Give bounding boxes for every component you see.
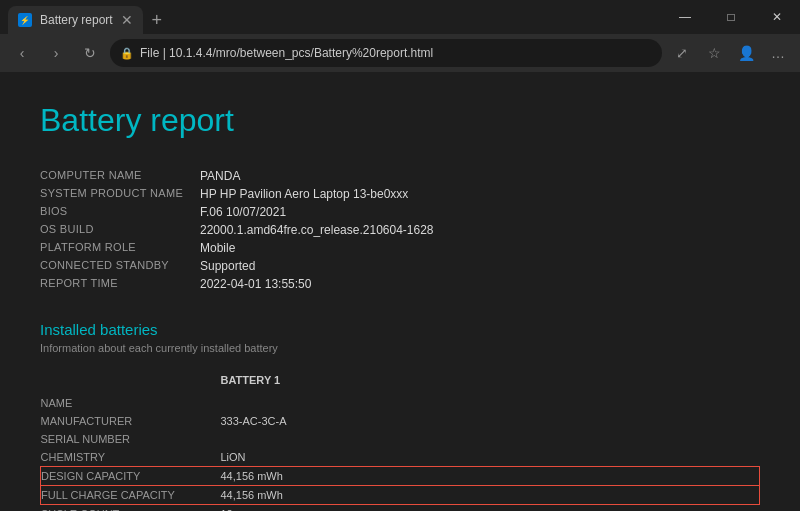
- refresh-button[interactable]: ↻: [76, 39, 104, 67]
- computer-name-row: COMPUTER NAME PANDA: [40, 169, 760, 183]
- name-col-header: [41, 370, 201, 394]
- report-time-value: 2022-04-01 13:55:50: [200, 277, 311, 291]
- battery-row-label: SERIAL NUMBER: [41, 430, 201, 448]
- browser-window: ⚡ Battery report ✕ + — □ ✕ ‹ › ↻ 🔒 File …: [0, 0, 800, 511]
- back-button[interactable]: ‹: [8, 39, 36, 67]
- platform-value: Mobile: [200, 241, 235, 255]
- lock-icon: 🔒: [120, 47, 134, 60]
- os-build-row: OS BUILD 22000.1.amd64fre.co_release.210…: [40, 223, 760, 237]
- battery-row-value: 12: [201, 505, 760, 512]
- battery-row-value: LiON: [201, 448, 760, 467]
- table-row: MANUFACTURER333-AC-3C-A: [41, 412, 760, 430]
- table-row: SERIAL NUMBER: [41, 430, 760, 448]
- bios-label: BIOS: [40, 205, 200, 217]
- section-subtitle: Information about each currently install…: [40, 342, 760, 354]
- system-info-table: COMPUTER NAME PANDA SYSTEM PRODUCT NAME …: [40, 169, 760, 291]
- product-name-label: SYSTEM PRODUCT NAME: [40, 187, 200, 199]
- battery-row-value: 333-AC-3C-A: [201, 412, 760, 430]
- battery-col-header: BATTERY 1: [201, 370, 760, 394]
- product-name-value: HP HP Pavilion Aero Laptop 13-be0xxx: [200, 187, 408, 201]
- battery-row-label: DESIGN CAPACITY: [41, 467, 201, 486]
- active-tab[interactable]: ⚡ Battery report ✕: [8, 6, 143, 34]
- battery-row-value: [201, 394, 760, 412]
- platform-label: PLATFORM ROLE: [40, 241, 200, 253]
- battery-row-value: 44,156 mWh: [201, 467, 760, 486]
- os-build-value: 22000.1.amd64fre.co_release.210604-1628: [200, 223, 434, 237]
- maximize-button[interactable]: □: [708, 0, 754, 34]
- table-row: DESIGN CAPACITY44,156 mWh: [41, 467, 760, 486]
- battery-row-value: [201, 430, 760, 448]
- os-build-label: OS BUILD: [40, 223, 200, 235]
- product-name-row: SYSTEM PRODUCT NAME HP HP Pavilion Aero …: [40, 187, 760, 201]
- computer-name-value: PANDA: [200, 169, 240, 183]
- close-button[interactable]: ✕: [754, 0, 800, 34]
- report-time-row: REPORT TIME 2022-04-01 13:55:50: [40, 277, 760, 291]
- battery-row-label: FULL CHARGE CAPACITY: [41, 486, 201, 505]
- battery-row-label: CYCLE COUNT: [41, 505, 201, 512]
- bios-row: BIOS F.06 10/07/2021: [40, 205, 760, 219]
- tab-favicon: ⚡: [18, 13, 32, 27]
- address-text: File | 10.1.4.4/mro/between_pcs/Battery%…: [140, 46, 433, 60]
- table-row: FULL CHARGE CAPACITY44,156 mWh: [41, 486, 760, 505]
- page-content: Battery report COMPUTER NAME PANDA SYSTE…: [0, 72, 800, 511]
- platform-row: PLATFORM ROLE Mobile: [40, 241, 760, 255]
- page-title: Battery report: [40, 102, 760, 139]
- address-bar[interactable]: 🔒 File | 10.1.4.4/mro/between_pcs/Batter…: [110, 39, 662, 67]
- battery-row-label: CHEMISTRY: [41, 448, 201, 467]
- table-row: CHEMISTRYLiON: [41, 448, 760, 467]
- browser-profile-icon[interactable]: 👤: [732, 39, 760, 67]
- share-icon[interactable]: ⤢: [668, 39, 696, 67]
- settings-icon[interactable]: …: [764, 39, 792, 67]
- standby-row: CONNECTED STANDBY Supported: [40, 259, 760, 273]
- minimize-button[interactable]: —: [662, 0, 708, 34]
- battery-row-label: NAME: [41, 394, 201, 412]
- computer-name-label: COMPUTER NAME: [40, 169, 200, 181]
- bios-value: F.06 10/07/2021: [200, 205, 286, 219]
- standby-label: CONNECTED STANDBY: [40, 259, 200, 271]
- battery-row-value: 44,156 mWh: [201, 486, 760, 505]
- tab-close-button[interactable]: ✕: [121, 12, 133, 28]
- tab-title: Battery report: [40, 13, 113, 27]
- standby-value: Supported: [200, 259, 255, 273]
- section-title: Installed batteries: [40, 321, 760, 338]
- battery-table: BATTERY 1 NAMEMANUFACTURER333-AC-3C-ASER…: [40, 370, 760, 511]
- forward-button[interactable]: ›: [42, 39, 70, 67]
- table-row: CYCLE COUNT12: [41, 505, 760, 512]
- table-row: NAME: [41, 394, 760, 412]
- star-icon[interactable]: ☆: [700, 39, 728, 67]
- report-time-label: REPORT TIME: [40, 277, 200, 289]
- battery-row-label: MANUFACTURER: [41, 412, 201, 430]
- installed-batteries-section: Installed batteries Information about ea…: [40, 321, 760, 511]
- new-tab-button[interactable]: +: [143, 6, 171, 34]
